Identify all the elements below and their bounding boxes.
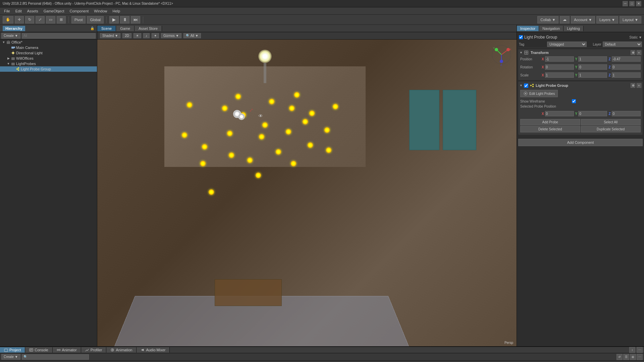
hierarchy-item-directional-light[interactable]: Directional Light: [0, 50, 97, 56]
menu-component[interactable]: Component: [67, 8, 91, 14]
sel-pos-x-input[interactable]: [545, 111, 574, 116]
scale-z-input[interactable]: [612, 72, 641, 78]
hierarchy-lock-icon[interactable]: 🔒: [90, 26, 94, 30]
shading-dropdown[interactable]: Shaded ▼: [100, 33, 120, 38]
bottom-panel-more-button[interactable]: ⋯: [637, 347, 643, 353]
sel-pos-y-input[interactable]: [578, 111, 607, 116]
layers-button[interactable]: Layers ▼: [596, 16, 618, 23]
tab-inspector[interactable]: Inspector: [517, 26, 539, 31]
layout-button[interactable]: Layout ▼: [620, 16, 641, 23]
project-search-input[interactable]: [22, 354, 89, 360]
select-all-button[interactable]: Select All: [581, 119, 641, 125]
duplicate-selected-button[interactable]: Duplicate Selected: [581, 126, 641, 132]
transform-tool[interactable]: ⊞: [57, 16, 66, 23]
tab-project[interactable]: Project: [0, 347, 25, 353]
tab-lighting[interactable]: Lighting: [564, 26, 584, 31]
tab-asset-store[interactable]: Asset Store: [135, 26, 162, 31]
hierarchy-item-office[interactable]: ▼ Office*: [0, 40, 97, 45]
lpg-enabled-checkbox[interactable]: [524, 83, 528, 88]
bottom-panel-right-icons: ↕ ⋯: [628, 347, 644, 353]
svg-rect-1: [7, 41, 9, 42]
project-settings-button[interactable]: ⋯: [637, 354, 643, 360]
collab-button[interactable]: Collab ▼: [537, 16, 558, 23]
hierarchy-tab[interactable]: Hierarchy: [3, 26, 25, 31]
scale-x-input[interactable]: [545, 72, 574, 78]
tab-animator[interactable]: Animator: [53, 347, 81, 353]
minimize-button[interactable]: ─: [623, 1, 628, 6]
delete-selected-button[interactable]: Delete Selected: [520, 126, 580, 132]
lpg-settings-icon[interactable]: ⚙: [631, 83, 635, 88]
hierarchy-item-light-probe-group[interactable]: Light Probe Group: [0, 66, 97, 72]
menu-help[interactable]: Help: [110, 8, 123, 14]
hierarchy-create-button[interactable]: Create ▼: [1, 33, 20, 39]
probe-2: [202, 144, 207, 149]
hierarchy-item-willoffices[interactable]: ▶ WillOffices: [0, 56, 97, 61]
tab-console[interactable]: Console: [25, 347, 52, 353]
hierarchy-item-lightprobes[interactable]: ▼ LightProbes: [0, 61, 97, 66]
svg-marker-40: [112, 349, 113, 351]
project-grid-view-button[interactable]: ⊞: [630, 354, 636, 360]
transform-section-header[interactable]: ▼ Transform ⚙ ≡: [520, 50, 641, 55]
global-button[interactable]: Global: [87, 16, 104, 23]
hierarchy-search-input[interactable]: [22, 33, 96, 39]
position-y-label: Y: [575, 56, 578, 62]
tab-animation[interactable]: Animation: [106, 347, 137, 353]
transform-settings-icon[interactable]: ⚙: [631, 50, 635, 55]
sel-pos-z-input[interactable]: [612, 111, 641, 116]
rect-tool[interactable]: ▭: [46, 16, 55, 23]
cloud-button[interactable]: ☁: [560, 16, 570, 23]
scale-tool[interactable]: ⤢: [36, 16, 45, 23]
tab-profiler[interactable]: Profiler: [81, 347, 107, 353]
show-wireframe-checkbox[interactable]: [572, 99, 576, 103]
project-create-button[interactable]: Create ▼: [1, 354, 20, 360]
tab-navigation[interactable]: Navigation: [539, 26, 564, 31]
lights-button[interactable]: ☀: [133, 33, 141, 38]
hand-tool[interactable]: ✋: [3, 16, 13, 23]
rotation-x-input[interactable]: [545, 64, 574, 70]
probe-22: [309, 111, 315, 116]
lpg-section-header[interactable]: ▼ Light Probe Group ⚙ ≡: [520, 82, 641, 88]
account-button[interactable]: Account ▼: [571, 16, 595, 23]
tab-scene[interactable]: Scene: [97, 26, 116, 31]
scene-view[interactable]: X Y Z Persp ↔ 👁: [97, 40, 517, 346]
gizmos-button[interactable]: Gizmos ▼: [161, 33, 181, 38]
position-y-input[interactable]: [578, 56, 607, 62]
effects-button[interactable]: ✦: [152, 33, 159, 38]
tab-audio-mixer[interactable]: Audio Mixer: [137, 347, 170, 353]
tag-dropdown[interactable]: Untagged: [547, 42, 587, 47]
pivot-button[interactable]: Pivot: [71, 16, 86, 23]
menu-edit[interactable]: Edit: [13, 8, 24, 14]
rotation-y-input[interactable]: [578, 64, 607, 70]
position-z-input[interactable]: [612, 56, 641, 62]
component-enabled-checkbox[interactable]: [519, 35, 523, 39]
add-probe-button[interactable]: Add Probe: [520, 119, 580, 125]
rotation-z-input[interactable]: [612, 64, 641, 70]
move-tool[interactable]: ✛: [15, 16, 24, 23]
tab-game[interactable]: Game: [116, 26, 135, 31]
layer-dropdown[interactable]: Default: [603, 42, 642, 47]
search-scene-button[interactable]: 🔍 All ▼: [183, 33, 201, 38]
2d-button[interactable]: 2D: [122, 33, 131, 38]
menu-file[interactable]: File: [1, 8, 13, 14]
hierarchy-item-main-camera[interactable]: Main Camera: [0, 45, 97, 50]
menu-assets[interactable]: Assets: [24, 8, 41, 14]
project-list-view-button[interactable]: ☰: [623, 354, 629, 360]
rotate-tool[interactable]: ↻: [25, 16, 34, 23]
pause-button[interactable]: ⏸: [120, 16, 129, 23]
project-refresh-button[interactable]: ↺: [616, 354, 623, 360]
maximize-button[interactable]: □: [629, 1, 635, 6]
step-button[interactable]: ⏭: [131, 16, 140, 23]
bottom-panel-collapse-button[interactable]: ↕: [629, 347, 635, 353]
transform-menu-icon[interactable]: ≡: [637, 50, 641, 55]
edit-light-probes-button[interactable]: Edit Light Probes: [520, 90, 558, 97]
position-x-input[interactable]: [545, 56, 574, 62]
add-component-button[interactable]: Add Component: [518, 139, 643, 146]
audio-button[interactable]: ♪: [143, 33, 150, 38]
close-button[interactable]: ✕: [636, 1, 641, 6]
menu-window[interactable]: Window: [91, 8, 110, 14]
menu-gameobject[interactable]: GameObject: [41, 8, 67, 14]
lpg-menu-icon[interactable]: ≡: [637, 83, 641, 88]
probe-6: [227, 131, 232, 136]
scale-y-input[interactable]: [578, 72, 607, 78]
play-button[interactable]: ▶: [109, 16, 119, 23]
